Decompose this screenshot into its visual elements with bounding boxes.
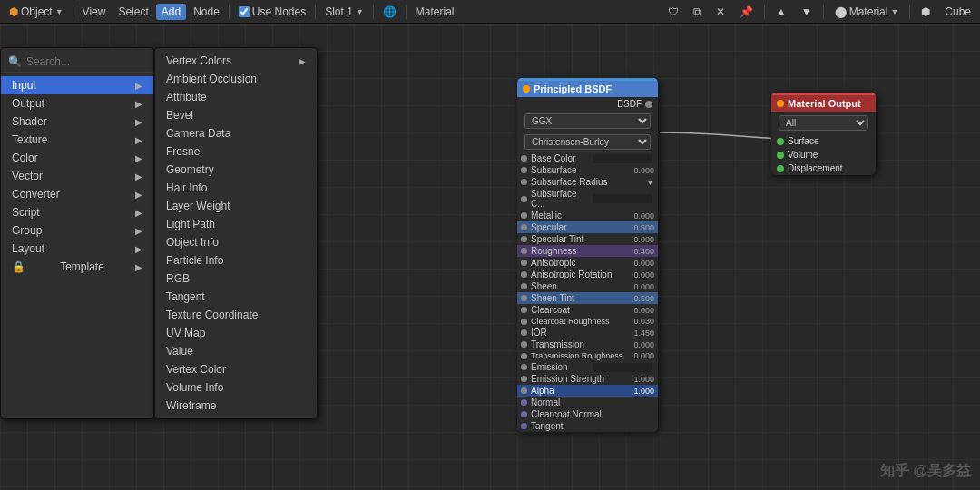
world-icon: 🌐 [383,5,397,18]
input-camera-data[interactable]: Camera Data [155,124,317,142]
menu-item-script-label: Script [12,206,40,219]
menu-item-layout[interactable]: Layout ▶ [1,240,153,258]
cube-label-button[interactable]: Cube [939,4,976,20]
menu-item-template-label: Template [60,260,104,273]
surface-dot [777,138,784,145]
bsdf-output-label: BSDF [617,99,642,109]
menu-item-input[interactable]: Input ▶ [1,76,153,94]
shield-icon-button[interactable]: 🛡 [662,4,684,20]
down-icon-button[interactable]: ▼ [796,4,818,20]
input-hair-info[interactable]: Hair Info [155,179,317,197]
material-output-node[interactable]: Material Output All Surface Volume Displ… [771,93,876,175]
principled-node-title: Principled BSDF [534,83,612,94]
input-geometry[interactable]: Geometry [155,161,317,179]
input-uv-map[interactable]: UV Map [155,324,317,342]
input-volume-info[interactable]: Volume Info [155,378,317,397]
christensen-select[interactable]: Christensen-Burley [524,134,651,150]
menu-item-template[interactable]: 🔒 Template ▶ [1,258,153,276]
subsurface-value: 0.000 [633,166,654,175]
menu-item-texture[interactable]: Texture ▶ [1,131,153,149]
material-output-surface: Surface [771,134,876,148]
slot-label: Slot 1 [325,5,353,18]
world-icon-button[interactable]: 🌐 [377,4,402,20]
specular-value: 0.500 [633,223,654,232]
use-nodes-toggle[interactable]: Use Nodes [233,4,311,20]
close-icon-button[interactable]: ✕ [710,4,730,20]
menu-item-vector-label: Vector [12,170,43,182]
principled-bsdf-output: BSDF [517,97,658,111]
add-menu[interactable]: Add [156,4,186,20]
menu-item-shader[interactable]: Shader ▶ [1,113,153,131]
material-sphere-icon: ⬤ [835,5,847,18]
input-ambient-occlusion[interactable]: Ambient Occlusion [155,70,317,88]
input-rgb[interactable]: RGB [155,270,317,288]
dropdown-container: 🔍 Input ▶ Output ▶ Shader ▶ Texture ▶ Co [0,47,318,419]
material-field[interactable]: Material [410,4,460,20]
principled-bsdf-node[interactable]: Principled BSDF BSDF GGX Christensen-Bur… [517,78,658,432]
menu-item-group[interactable]: Group ▶ [1,221,153,240]
search-bar[interactable]: 🔍 [1,52,153,73]
ggx-select-row: GGX [517,111,658,132]
menu-item-vector-arrow: ▶ [135,172,142,181]
menu-item-script[interactable]: Script ▶ [1,203,153,221]
canvas-area[interactable]: 🔍 Input ▶ Output ▶ Shader ▶ Texture ▶ Co [0,24,980,490]
view-menu[interactable]: View [77,4,112,20]
pin-icon-button[interactable]: 📌 [734,4,759,20]
up-icon-button[interactable]: ▲ [770,4,792,20]
input-texture-coordinate[interactable]: Texture Coordinate [155,306,317,324]
select-menu[interactable]: Select [113,4,153,20]
menu-item-converter-label: Converter [12,188,60,201]
input-vertex-colors[interactable]: Vertex Colors ▶ [155,52,317,70]
slot-dropdown-arrow: ▼ [356,7,364,16]
view-label: View [83,5,106,18]
node-row-normal: Normal [517,397,658,408]
separator-r2 [823,5,824,19]
menu-item-template-arrow: ▶ [135,262,142,272]
node-menu[interactable]: Node [188,4,225,20]
subsurface-dot-left [521,167,527,173]
material-output-title: Material Output [788,98,861,109]
input-object-info[interactable]: Object Info [155,233,317,251]
anisotropic-dot-left [521,260,527,266]
object-label: Object [21,5,53,18]
object-mode-button[interactable]: ⬢ Object ▼ [4,4,69,20]
ior-dot-left [521,329,527,336]
input-tangent[interactable]: Tangent [155,288,317,306]
copy-icon-button[interactable]: ⧉ [688,4,707,20]
menu-item-color[interactable]: Color ▶ [1,149,153,167]
sheen-label: Sheen [531,281,632,291]
object-icon-right-button[interactable]: ⬢ [916,4,936,20]
input-layer-weight[interactable]: Layer Weight [155,197,317,215]
input-vertex-color[interactable]: Vertex Color [155,360,317,378]
input-light-path[interactable]: Light Path [155,215,317,233]
menu-item-vector[interactable]: Vector ▶ [1,167,153,185]
menu-item-output[interactable]: Output ▶ [1,94,153,113]
ggx-select[interactable]: GGX [524,113,651,129]
input-wireframe[interactable]: Wireframe [155,397,317,415]
node-row-transmission-roughness: Transmission Roughness 0.000 [517,350,658,361]
input-particle-info[interactable]: Particle Info [155,251,317,270]
material-right-label: Material [849,5,888,18]
camera-data-label: Camera Data [166,127,230,140]
material-right-button[interactable]: ⬤ Material ▼ [829,4,905,20]
material-output-volume: Volume [771,148,876,162]
material-right-arrow: ▼ [890,7,898,16]
normal-dot-left [521,399,527,406]
use-nodes-checkbox[interactable] [239,6,250,17]
search-input[interactable] [26,55,146,68]
node-row-clearcoat: Clearcoat 0.000 [517,304,658,316]
all-select-row: All [771,112,876,134]
node-row-roughness: Roughness 0.400 [517,245,658,257]
use-nodes-label: Use Nodes [252,5,306,18]
input-attribute[interactable]: Attribute [155,88,317,106]
all-select[interactable]: All [779,115,868,131]
sheen-dot-left [521,283,527,289]
input-bevel[interactable]: Bevel [155,106,317,124]
input-fresnel[interactable]: Fresnel [155,142,317,161]
sheen-tint-value: 0.500 [633,294,654,303]
anisotropic-rotation-label: Anisotropic Rotation [531,270,632,279]
slot-selector[interactable]: Slot 1 ▼ [319,4,369,20]
menu-item-converter[interactable]: Converter ▶ [1,185,153,203]
input-value[interactable]: Value [155,342,317,360]
object-info-label: Object Info [166,236,219,249]
